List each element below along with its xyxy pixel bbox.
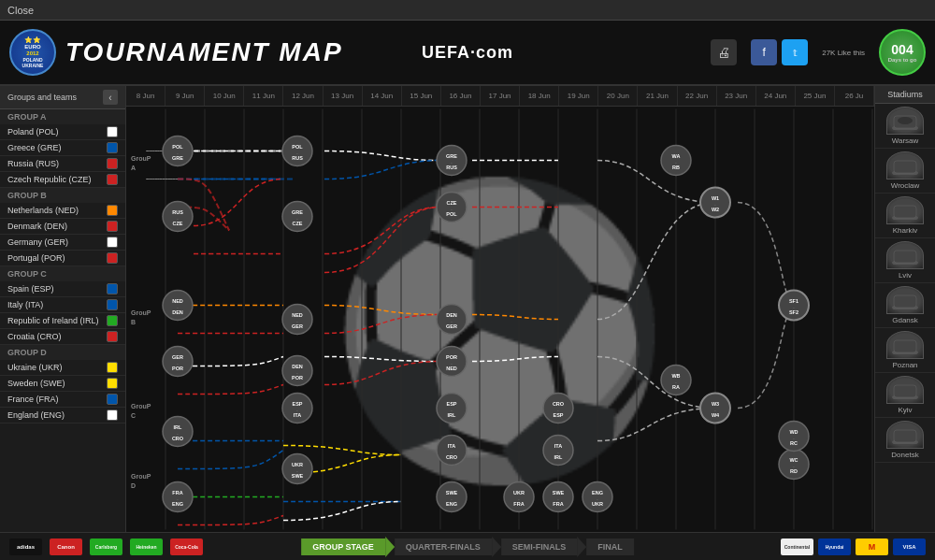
twitter-icon[interactable]: 𝕥 (782, 39, 808, 65)
header-right: 🖨 f 𝕥 27K Like this 004 Days to go (711, 29, 926, 76)
list-item: Spain (ESP) (0, 281, 125, 297)
print-icon[interactable]: 🖨 (711, 39, 737, 65)
svg-text:CZE: CZE (447, 200, 457, 206)
list-item: Poland (POL) (0, 124, 125, 140)
stadium-gdansk[interactable]: Gdansk (875, 283, 935, 328)
stadium-donetsk-label: Donetsk (891, 451, 918, 459)
list-item: France (FRA) (0, 392, 125, 408)
close-button[interactable]: Close (7, 5, 34, 16)
stadium-gdansk-icon (886, 286, 924, 314)
social-area: f 𝕥 (751, 39, 808, 65)
svg-text:UKR: UKR (292, 462, 303, 467)
svg-text:ESP: ESP (292, 401, 302, 407)
map-canvas: ⚽ (126, 107, 874, 532)
list-item: Croatia (CRO) (0, 329, 125, 345)
svg-text:RUS: RUS (292, 155, 303, 161)
svg-rect-156 (894, 161, 916, 173)
stadium-poznan[interactable]: Poznan (875, 328, 935, 373)
stadium-kyiv[interactable]: Kyiv (875, 373, 935, 418)
sponsor-right: Continental Hyundai M VISA (781, 538, 926, 555)
stadium-wroclaw-icon (886, 151, 924, 179)
group-stage-button[interactable]: GROUP STAGE (301, 538, 385, 555)
svg-text:FRA: FRA (513, 501, 524, 507)
sponsor-heineken: Heineken (130, 538, 163, 555)
svg-text:B: B (131, 319, 136, 325)
quarter-finals-button[interactable]: QUARTER-FINALS (395, 538, 492, 555)
svg-text:NED: NED (292, 312, 303, 318)
stadium-lviv-label: Lviv (899, 271, 912, 280)
sponsor-left: adidas Canon Carlsberg Heineken Coca-Col… (9, 538, 203, 555)
svg-text:NED: NED (172, 298, 183, 304)
team-color (107, 142, 118, 153)
sponsor-hyundai: Hyundai (818, 538, 851, 555)
group-b-label: GROUP B (0, 188, 125, 203)
svg-text:WB: WB (671, 373, 680, 379)
svg-text:SF2: SF2 (789, 309, 798, 315)
svg-text:ESP: ESP (553, 412, 563, 418)
svg-text:CRO: CRO (553, 401, 565, 407)
svg-text:CZE: CZE (293, 221, 303, 226)
svg-text:GER: GER (172, 354, 183, 360)
facebook-icon[interactable]: f (751, 39, 777, 65)
list-item: Denmark (DEN) (0, 219, 125, 235)
sidebar-header: Groups and teams ‹ (0, 86, 125, 109)
team-color (107, 126, 118, 137)
svg-text:CZE: CZE (173, 221, 183, 226)
stadium-wroclaw[interactable]: Wroclaw (875, 149, 935, 194)
team-color (107, 315, 118, 326)
bottombar: adidas Canon Carlsberg Heineken Coca-Col… (0, 532, 935, 560)
svg-text:SWE: SWE (446, 490, 458, 495)
svg-text:W1: W1 (712, 195, 719, 201)
svg-text:ITA: ITA (448, 443, 455, 449)
svg-text:W2: W2 (712, 207, 719, 212)
sidebar-content: GROUP A Poland (POL) Greece (GRE) Russia… (0, 109, 125, 424)
svg-text:ENG: ENG (172, 501, 183, 507)
stadium-kharkiv[interactable]: Kharkiv (875, 194, 935, 238)
stadium-poznan-label: Poznan (892, 361, 917, 369)
svg-text:DEN: DEN (292, 364, 303, 369)
final-button[interactable]: FINAL (586, 538, 634, 555)
team-color (107, 174, 118, 185)
semi-finals-button[interactable]: SEMI-FINALS (501, 538, 578, 555)
svg-text:POL: POL (292, 144, 303, 150)
stage-navigation: GROUP STAGE QUARTER-FINALS SEMI-FINALS F… (301, 537, 634, 557)
svg-text:UKR: UKR (592, 501, 603, 507)
sidebar-title: Groups and teams (7, 93, 77, 102)
stadium-poznan-icon (886, 331, 924, 359)
team-color (107, 394, 118, 405)
svg-text:⚽: ⚽ (325, 163, 676, 496)
stadium-lviv[interactable]: Lviv (875, 238, 935, 283)
svg-text:CRO: CRO (172, 436, 184, 441)
svg-text:RA: RA (672, 384, 680, 390)
svg-text:IRL: IRL (554, 454, 564, 460)
stage-arrow-3 (577, 537, 586, 557)
svg-text:POL: POL (172, 144, 183, 150)
list-item: Germany (GER) (0, 235, 125, 251)
stadium-warsaw[interactable]: Warsaw (875, 104, 935, 149)
svg-point-154 (898, 117, 913, 124)
svg-text:D: D (131, 482, 136, 489)
team-color (107, 237, 118, 248)
stadiums-panel: Stadiums Warsaw Wroclaw (874, 86, 935, 532)
svg-rect-158 (894, 206, 916, 218)
main-area: Groups and teams ‹ GROUP A Poland (POL) … (0, 86, 935, 532)
svg-text:ITA: ITA (554, 443, 562, 449)
sponsor-visa: VISA (893, 538, 926, 555)
stadium-warsaw-label: Warsaw (892, 136, 919, 145)
svg-text:RUS: RUS (446, 165, 457, 170)
svg-text:C: C (131, 412, 136, 419)
stadium-donetsk-icon (886, 421, 924, 449)
collapse-sidebar-button[interactable]: ‹ (103, 90, 118, 105)
svg-text:GER: GER (292, 323, 303, 329)
stage-arrow-2 (492, 537, 501, 557)
svg-text:FRA: FRA (172, 490, 182, 495)
list-item: Italy (ITA) (0, 297, 125, 313)
stadium-gdansk-label: Gdansk (892, 316, 918, 324)
stage-arrow-1 (385, 537, 395, 557)
list-item: Czech Republic (CZE) (0, 172, 125, 188)
team-color (107, 331, 118, 342)
svg-text:W4: W4 (712, 412, 720, 418)
svg-text:UKR: UKR (513, 490, 525, 495)
stadium-donetsk[interactable]: Donetsk (875, 418, 935, 463)
svg-text:ENG: ENG (446, 501, 457, 507)
